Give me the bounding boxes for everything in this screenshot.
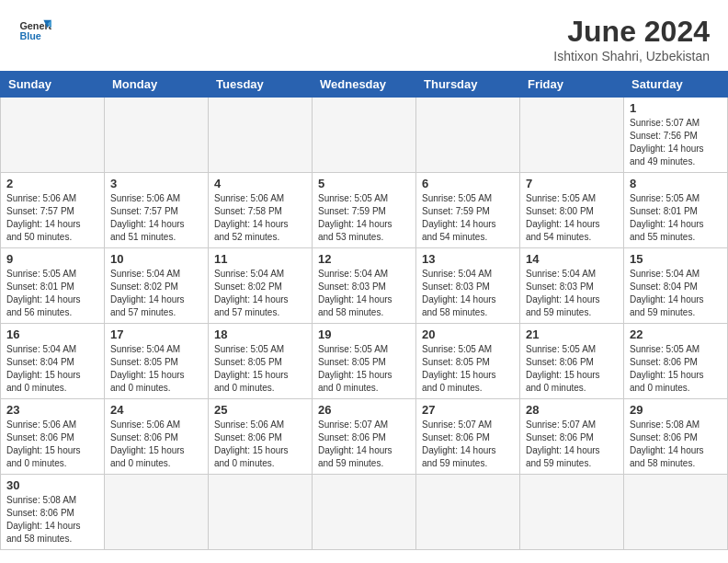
weekday-header: Sunday	[1, 72, 105, 98]
calendar-week-row: 9Sunrise: 5:05 AM Sunset: 8:01 PM Daylig…	[1, 248, 728, 324]
day-info: Sunrise: 5:04 AM Sunset: 8:02 PM Dayligh…	[110, 268, 202, 319]
day-info: Sunrise: 5:04 AM Sunset: 8:05 PM Dayligh…	[110, 343, 202, 395]
day-number: 30	[6, 478, 98, 492]
logo: General Blue	[18, 15, 51, 48]
day-number: 15	[630, 252, 722, 266]
day-info: Sunrise: 5:08 AM Sunset: 8:06 PM Dayligh…	[630, 419, 722, 470]
day-info: Sunrise: 5:07 AM Sunset: 7:56 PM Dayligh…	[630, 117, 722, 168]
day-info: Sunrise: 5:07 AM Sunset: 8:06 PM Dayligh…	[526, 419, 618, 470]
calendar-day-cell: 4Sunrise: 5:06 AM Sunset: 7:58 PM Daylig…	[209, 173, 313, 248]
day-number: 21	[526, 327, 618, 341]
calendar-day-cell	[520, 98, 624, 173]
day-number: 25	[214, 403, 306, 417]
calendar-week-row: 30Sunrise: 5:08 AM Sunset: 8:06 PM Dayli…	[1, 475, 728, 550]
day-info: Sunrise: 5:04 AM Sunset: 8:04 PM Dayligh…	[630, 268, 722, 319]
day-info: Sunrise: 5:04 AM Sunset: 8:04 PM Dayligh…	[6, 343, 98, 395]
calendar-day-cell: 15Sunrise: 5:04 AM Sunset: 8:04 PM Dayli…	[624, 248, 728, 324]
calendar-day-cell: 3Sunrise: 5:06 AM Sunset: 7:57 PM Daylig…	[105, 173, 209, 248]
day-number: 14	[526, 252, 618, 266]
calendar-day-cell: 13Sunrise: 5:04 AM Sunset: 8:03 PM Dayli…	[416, 248, 520, 324]
day-number: 9	[6, 252, 98, 266]
day-number: 6	[422, 177, 514, 190]
day-number: 24	[110, 403, 202, 417]
calendar-week-row: 16Sunrise: 5:04 AM Sunset: 8:04 PM Dayli…	[1, 324, 728, 399]
calendar-day-cell: 2Sunrise: 5:06 AM Sunset: 7:57 PM Daylig…	[1, 173, 105, 248]
calendar-day-cell: 7Sunrise: 5:05 AM Sunset: 8:00 PM Daylig…	[520, 173, 624, 248]
day-info: Sunrise: 5:04 AM Sunset: 8:03 PM Dayligh…	[318, 268, 410, 319]
day-number: 2	[6, 177, 98, 190]
day-number: 20	[422, 327, 514, 341]
day-number: 18	[214, 327, 306, 341]
day-info: Sunrise: 5:05 AM Sunset: 8:06 PM Dayligh…	[630, 343, 722, 395]
calendar-day-cell: 26Sunrise: 5:07 AM Sunset: 8:06 PM Dayli…	[313, 399, 416, 475]
logo-icon: General Blue	[18, 15, 51, 48]
day-info: Sunrise: 5:04 AM Sunset: 8:03 PM Dayligh…	[422, 268, 514, 319]
day-info: Sunrise: 5:05 AM Sunset: 8:05 PM Dayligh…	[422, 343, 514, 395]
day-info: Sunrise: 5:05 AM Sunset: 8:01 PM Dayligh…	[630, 192, 722, 244]
day-info: Sunrise: 5:07 AM Sunset: 8:06 PM Dayligh…	[318, 419, 410, 470]
calendar-day-cell: 20Sunrise: 5:05 AM Sunset: 8:05 PM Dayli…	[416, 324, 520, 399]
calendar-day-cell: 25Sunrise: 5:06 AM Sunset: 8:06 PM Dayli…	[209, 399, 313, 475]
calendar-week-row: 1Sunrise: 5:07 AM Sunset: 7:56 PM Daylig…	[1, 98, 728, 173]
calendar-day-cell: 12Sunrise: 5:04 AM Sunset: 8:03 PM Dayli…	[313, 248, 416, 324]
day-number: 22	[630, 327, 722, 341]
weekday-header: Thursday	[416, 72, 520, 98]
day-info: Sunrise: 5:05 AM Sunset: 7:59 PM Dayligh…	[422, 192, 514, 244]
day-number: 3	[110, 177, 202, 190]
page-header: General Blue June 2024 Ishtixon Shahri, …	[0, 0, 728, 71]
calendar-day-cell: 6Sunrise: 5:05 AM Sunset: 7:59 PM Daylig…	[416, 173, 520, 248]
weekday-header: Monday	[105, 72, 209, 98]
calendar-week-row: 23Sunrise: 5:06 AM Sunset: 8:06 PM Dayli…	[1, 399, 728, 475]
calendar-day-cell	[209, 475, 313, 550]
calendar-day-cell	[105, 98, 209, 173]
calendar-day-cell: 30Sunrise: 5:08 AM Sunset: 8:06 PM Dayli…	[1, 475, 105, 550]
day-number: 12	[318, 252, 410, 266]
calendar-day-cell: 10Sunrise: 5:04 AM Sunset: 8:02 PM Dayli…	[105, 248, 209, 324]
day-info: Sunrise: 5:05 AM Sunset: 8:00 PM Dayligh…	[526, 192, 618, 244]
calendar-day-cell	[105, 475, 209, 550]
day-info: Sunrise: 5:05 AM Sunset: 8:05 PM Dayligh…	[214, 343, 306, 395]
day-info: Sunrise: 5:05 AM Sunset: 8:05 PM Dayligh…	[318, 343, 410, 395]
day-info: Sunrise: 5:06 AM Sunset: 8:06 PM Dayligh…	[214, 419, 306, 470]
calendar-day-cell: 28Sunrise: 5:07 AM Sunset: 8:06 PM Dayli…	[520, 399, 624, 475]
day-number: 8	[630, 177, 722, 190]
day-info: Sunrise: 5:08 AM Sunset: 8:06 PM Dayligh…	[6, 494, 98, 546]
day-number: 7	[526, 177, 618, 190]
weekday-header: Tuesday	[209, 72, 313, 98]
calendar-day-cell: 5Sunrise: 5:05 AM Sunset: 7:59 PM Daylig…	[313, 173, 416, 248]
calendar-day-cell: 27Sunrise: 5:07 AM Sunset: 8:06 PM Dayli…	[416, 399, 520, 475]
weekday-header: Saturday	[624, 72, 728, 98]
calendar-day-cell: 11Sunrise: 5:04 AM Sunset: 8:02 PM Dayli…	[209, 248, 313, 324]
calendar-day-cell: 16Sunrise: 5:04 AM Sunset: 8:04 PM Dayli…	[1, 324, 105, 399]
day-number: 27	[422, 403, 514, 417]
calendar-week-row: 2Sunrise: 5:06 AM Sunset: 7:57 PM Daylig…	[1, 173, 728, 248]
weekday-header: Friday	[520, 72, 624, 98]
calendar-table: SundayMondayTuesdayWednesdayThursdayFrid…	[0, 71, 728, 550]
day-info: Sunrise: 5:06 AM Sunset: 7:57 PM Dayligh…	[110, 192, 202, 244]
day-number: 11	[214, 252, 306, 266]
calendar-day-cell: 1Sunrise: 5:07 AM Sunset: 7:56 PM Daylig…	[624, 98, 728, 173]
day-number: 29	[630, 403, 722, 417]
day-info: Sunrise: 5:06 AM Sunset: 8:06 PM Dayligh…	[110, 419, 202, 470]
calendar-subtitle: Ishtixon Shahri, Uzbekistan	[553, 49, 710, 63]
calendar-day-cell: 23Sunrise: 5:06 AM Sunset: 8:06 PM Dayli…	[1, 399, 105, 475]
calendar-day-cell: 24Sunrise: 5:06 AM Sunset: 8:06 PM Dayli…	[105, 399, 209, 475]
day-info: Sunrise: 5:05 AM Sunset: 8:06 PM Dayligh…	[526, 343, 618, 395]
calendar-day-cell: 21Sunrise: 5:05 AM Sunset: 8:06 PM Dayli…	[520, 324, 624, 399]
calendar-day-cell	[1, 98, 105, 173]
calendar-day-cell	[313, 475, 416, 550]
calendar-day-cell: 8Sunrise: 5:05 AM Sunset: 8:01 PM Daylig…	[624, 173, 728, 248]
calendar-day-cell: 29Sunrise: 5:08 AM Sunset: 8:06 PM Dayli…	[624, 399, 728, 475]
day-number: 13	[422, 252, 514, 266]
day-number: 23	[6, 403, 98, 417]
calendar-day-cell: 19Sunrise: 5:05 AM Sunset: 8:05 PM Dayli…	[313, 324, 416, 399]
calendar-header-row: SundayMondayTuesdayWednesdayThursdayFrid…	[1, 72, 728, 98]
day-info: Sunrise: 5:05 AM Sunset: 7:59 PM Dayligh…	[318, 192, 410, 244]
calendar-title: June 2024	[553, 15, 710, 49]
day-info: Sunrise: 5:06 AM Sunset: 7:58 PM Dayligh…	[214, 192, 306, 244]
calendar-day-cell: 22Sunrise: 5:05 AM Sunset: 8:06 PM Dayli…	[624, 324, 728, 399]
svg-text:Blue: Blue	[19, 30, 40, 41]
title-block: June 2024 Ishtixon Shahri, Uzbekistan	[553, 15, 710, 63]
day-number: 1	[630, 101, 722, 115]
day-info: Sunrise: 5:05 AM Sunset: 8:01 PM Dayligh…	[6, 268, 98, 319]
